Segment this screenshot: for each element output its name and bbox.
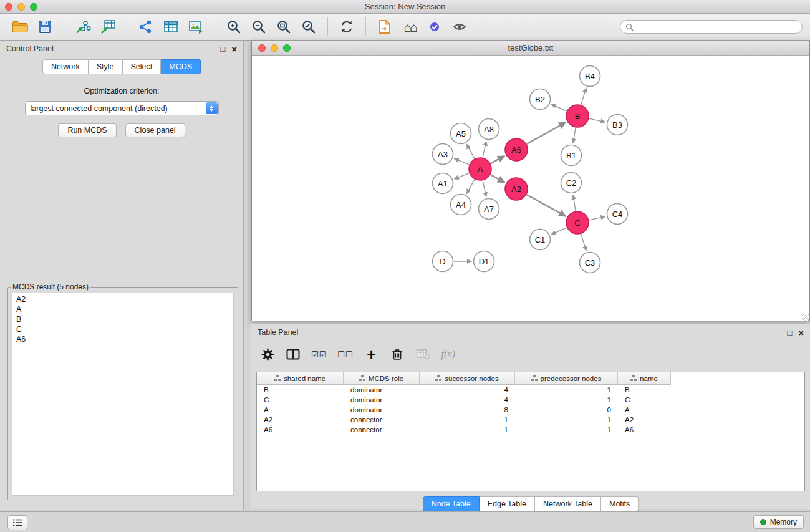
tab-node-table[interactable]: Node Table (423, 496, 480, 511)
close-panel-button[interactable]: Close panel (125, 123, 185, 137)
network-edge-B-B4 (581, 88, 587, 105)
close-window-button[interactable] (5, 3, 12, 11)
column-header-mcds-role[interactable]: MCDS role (344, 372, 420, 385)
column-header-shared-name[interactable]: shared name (257, 372, 344, 385)
control-panel-title: Control Panel (6, 44, 54, 53)
zoom-fit-icon[interactable] (274, 17, 293, 36)
report-icon[interactable] (375, 17, 394, 36)
save-session-icon[interactable] (36, 17, 54, 36)
refresh-icon[interactable] (337, 17, 356, 36)
tab-network-table[interactable]: Network Table (535, 496, 601, 511)
tab-motifs[interactable]: Motifs (601, 496, 639, 511)
zoom-selected-icon[interactable] (299, 17, 318, 36)
network-edge-A-A2 (491, 175, 505, 183)
tab-mcds[interactable]: MCDS (161, 59, 201, 74)
network-node-C4[interactable]: C4 (607, 204, 628, 225)
network-minimize-button[interactable] (271, 44, 278, 52)
table-cell: 4 (420, 385, 515, 395)
network-zoom-button[interactable] (283, 44, 291, 52)
session-search-field[interactable] (620, 20, 803, 34)
network-node-C3[interactable]: C3 (580, 253, 600, 273)
table-settings-gear-icon[interactable] (260, 346, 275, 362)
float-panel-icon[interactable]: □ (220, 45, 225, 53)
delete-column-trash-icon[interactable] (390, 346, 405, 362)
svg-text:B3: B3 (612, 120, 622, 130)
apply-style-icon[interactable] (425, 17, 444, 36)
table-panel: Table Panel □ × ☑☑ ☐☐ + f(x) (251, 324, 810, 509)
tab-style[interactable]: Style (89, 59, 123, 74)
network-node-A7[interactable]: A7 (479, 199, 499, 220)
network-close-button[interactable] (258, 44, 266, 52)
optimization-dropdown-value: largest connected component (directed) (26, 104, 206, 113)
svg-text:A2: A2 (511, 185, 521, 194)
new-table-icon[interactable] (162, 17, 180, 36)
import-network-icon[interactable] (74, 17, 92, 36)
status-bar: Memory (0, 511, 810, 532)
column-header-predecessor-nodes[interactable]: predecessor nodes (515, 372, 618, 385)
network-node-B[interactable]: B (566, 105, 589, 127)
homes-icon[interactable]: ⌂⌂ (400, 17, 419, 36)
show-columns-icon[interactable] (286, 346, 301, 362)
export-image-icon[interactable] (186, 17, 205, 36)
network-node-C1[interactable]: C1 (530, 230, 551, 250)
add-column-icon[interactable]: + (364, 346, 379, 362)
network-node-B4[interactable]: B4 (580, 66, 600, 87)
network-node-A8[interactable]: A8 (479, 119, 499, 140)
run-mcds-button[interactable]: Run MCDS (58, 123, 116, 137)
network-node-A6[interactable]: A6 (505, 138, 528, 161)
task-history-button[interactable] (7, 515, 27, 530)
tab-select[interactable]: Select (123, 59, 162, 74)
mcds-result-list[interactable]: A2ABCA6 (12, 293, 234, 496)
network-node-A3[interactable]: A3 (433, 144, 453, 165)
deselect-all-icon[interactable]: ☐☐ (337, 346, 353, 362)
network-canvas[interactable]: AA6A2BCA5A8A3A1A4A7B4B2B3B1C2C4C1C3DD1 (252, 56, 809, 321)
resize-grip[interactable] (802, 314, 809, 321)
table-row[interactable]: A6connector11A6 (257, 425, 804, 435)
table-row[interactable]: Cdominator41C (257, 395, 804, 405)
network-node-A5[interactable]: A5 (451, 123, 471, 144)
svg-text:C2: C2 (566, 178, 577, 188)
mcds-result-item[interactable]: B (12, 314, 233, 324)
network-node-A4[interactable]: A4 (451, 195, 471, 215)
import-table-icon[interactable] (99, 17, 117, 36)
table-row[interactable]: Adominator80A (257, 405, 804, 415)
network-node-B3[interactable]: B3 (607, 115, 628, 135)
table-row[interactable]: A2connector11A2 (257, 415, 804, 425)
zoom-out-icon[interactable] (249, 17, 268, 36)
select-all-icon[interactable]: ☑☑ (311, 346, 327, 362)
tab-edge-table[interactable]: Edge Table (480, 496, 535, 511)
table-cell: 1 (420, 425, 515, 435)
mcds-result-item[interactable]: A (12, 304, 233, 314)
table-row[interactable]: Bdominator41B (257, 385, 804, 395)
optimization-dropdown[interactable]: largest connected component (directed) (25, 101, 219, 115)
eye-icon[interactable] (450, 17, 469, 36)
column-header-name[interactable]: name (618, 372, 671, 385)
network-node-B2[interactable]: B2 (530, 89, 551, 110)
search-input[interactable] (637, 22, 797, 32)
new-network-icon[interactable] (137, 17, 155, 36)
network-node-A1[interactable]: A1 (433, 173, 453, 194)
tab-network[interactable]: Network (42, 59, 89, 74)
network-node-D[interactable]: D (433, 251, 453, 272)
mcds-result-item[interactable]: A2 (12, 294, 233, 304)
memory-button[interactable]: Memory (753, 515, 804, 529)
table-cell: C (257, 395, 344, 405)
column-header-successor-nodes[interactable]: successor nodes (420, 372, 515, 385)
fullscreen-window-button[interactable] (30, 3, 37, 11)
zoom-in-icon[interactable] (224, 17, 243, 36)
network-node-A[interactable]: A (469, 158, 491, 180)
open-session-icon[interactable] (11, 17, 29, 36)
network-node-C[interactable]: C (566, 211, 589, 234)
mcds-result-item[interactable]: A6 (12, 334, 233, 344)
mcds-result-item[interactable]: C (12, 324, 233, 334)
close-panel-icon[interactable]: × (231, 44, 237, 54)
close-table-panel-icon[interactable]: × (798, 328, 804, 337)
network-node-D1[interactable]: D1 (474, 251, 494, 272)
network-window-titlebar: testGlobe.txt (252, 41, 809, 56)
network-node-C2[interactable]: C2 (561, 173, 582, 193)
float-table-panel-icon[interactable]: □ (787, 329, 792, 337)
network-node-A2[interactable]: A2 (505, 178, 528, 200)
minimize-window-button[interactable] (17, 3, 25, 11)
network-node-B1[interactable]: B1 (561, 145, 582, 166)
table-panel-header: Table Panel □ × (251, 324, 810, 341)
